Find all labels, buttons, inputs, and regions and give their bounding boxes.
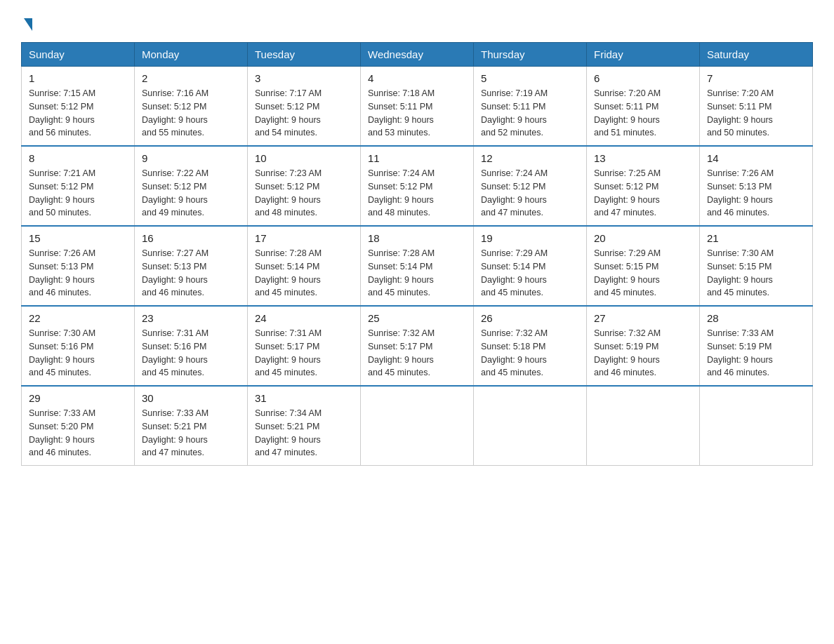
day-number: 31 (255, 392, 353, 404)
day-info: Sunrise: 7:31 AMSunset: 5:16 PMDaylight:… (142, 327, 240, 380)
calendar-cell: 5Sunrise: 7:19 AMSunset: 5:11 PMDaylight… (474, 67, 587, 147)
day-number: 7 (707, 72, 805, 84)
calendar-cell: 10Sunrise: 7:23 AMSunset: 5:12 PMDayligh… (248, 146, 361, 226)
calendar-cell: 30Sunrise: 7:33 AMSunset: 5:21 PMDayligh… (135, 386, 248, 466)
calendar-header-row: SundayMondayTuesdayWednesdayThursdayFrid… (22, 43, 813, 67)
day-number: 27 (594, 312, 692, 324)
day-info: Sunrise: 7:32 AMSunset: 5:18 PMDaylight:… (481, 327, 579, 380)
calendar-cell (587, 386, 700, 466)
day-info: Sunrise: 7:29 AMSunset: 5:15 PMDaylight:… (594, 247, 692, 300)
day-info: Sunrise: 7:19 AMSunset: 5:11 PMDaylight:… (481, 87, 579, 140)
day-info: Sunrise: 7:23 AMSunset: 5:12 PMDaylight:… (255, 167, 353, 220)
day-number: 5 (481, 72, 579, 84)
calendar-cell: 3Sunrise: 7:17 AMSunset: 5:12 PMDaylight… (248, 67, 361, 147)
day-number: 6 (594, 72, 692, 84)
calendar-week-row: 29Sunrise: 7:33 AMSunset: 5:20 PMDayligh… (22, 386, 813, 466)
calendar-week-row: 15Sunrise: 7:26 AMSunset: 5:13 PMDayligh… (22, 226, 813, 306)
calendar-week-row: 22Sunrise: 7:30 AMSunset: 5:16 PMDayligh… (22, 306, 813, 386)
calendar-cell: 28Sunrise: 7:33 AMSunset: 5:19 PMDayligh… (700, 306, 813, 386)
day-info: Sunrise: 7:34 AMSunset: 5:21 PMDaylight:… (255, 407, 353, 459)
day-number: 15 (29, 232, 127, 244)
day-info: Sunrise: 7:22 AMSunset: 5:12 PMDaylight:… (142, 167, 240, 220)
calendar-cell: 22Sunrise: 7:30 AMSunset: 5:16 PMDayligh… (22, 306, 135, 386)
day-number: 21 (707, 232, 805, 244)
day-info: Sunrise: 7:24 AMSunset: 5:12 PMDaylight:… (368, 167, 466, 220)
day-info: Sunrise: 7:17 AMSunset: 5:12 PMDaylight:… (255, 87, 353, 140)
day-number: 29 (29, 392, 127, 404)
day-number: 22 (29, 312, 127, 324)
calendar-cell: 14Sunrise: 7:26 AMSunset: 5:13 PMDayligh… (700, 146, 813, 226)
day-info: Sunrise: 7:18 AMSunset: 5:11 PMDaylight:… (368, 87, 466, 140)
day-number: 30 (142, 392, 240, 404)
column-header-thursday: Thursday (474, 43, 587, 67)
calendar-cell: 2Sunrise: 7:16 AMSunset: 5:12 PMDaylight… (135, 67, 248, 147)
calendar-cell: 25Sunrise: 7:32 AMSunset: 5:17 PMDayligh… (361, 306, 474, 386)
day-number: 8 (29, 152, 127, 164)
day-number: 20 (594, 232, 692, 244)
day-number: 3 (255, 72, 353, 84)
calendar-cell: 21Sunrise: 7:30 AMSunset: 5:15 PMDayligh… (700, 226, 813, 306)
calendar-cell: 18Sunrise: 7:28 AMSunset: 5:14 PMDayligh… (361, 226, 474, 306)
day-number: 28 (707, 312, 805, 324)
calendar-table: SundayMondayTuesdayWednesdayThursdayFrid… (21, 42, 813, 466)
calendar-week-row: 8Sunrise: 7:21 AMSunset: 5:12 PMDaylight… (22, 146, 813, 226)
calendar-cell: 17Sunrise: 7:28 AMSunset: 5:14 PMDayligh… (248, 226, 361, 306)
day-info: Sunrise: 7:27 AMSunset: 5:13 PMDaylight:… (142, 247, 240, 300)
day-number: 16 (142, 232, 240, 244)
calendar-cell: 27Sunrise: 7:32 AMSunset: 5:19 PMDayligh… (587, 306, 700, 386)
day-info: Sunrise: 7:29 AMSunset: 5:14 PMDaylight:… (481, 247, 579, 300)
logo-triangle-icon (24, 18, 32, 31)
day-number: 25 (368, 312, 466, 324)
page-header (21, 17, 813, 31)
day-info: Sunrise: 7:15 AMSunset: 5:12 PMDaylight:… (29, 87, 127, 140)
day-info: Sunrise: 7:26 AMSunset: 5:13 PMDaylight:… (707, 167, 805, 220)
day-info: Sunrise: 7:32 AMSunset: 5:19 PMDaylight:… (594, 327, 692, 380)
calendar-cell: 12Sunrise: 7:24 AMSunset: 5:12 PMDayligh… (474, 146, 587, 226)
day-number: 19 (481, 232, 579, 244)
day-number: 1 (29, 72, 127, 84)
logo (21, 17, 32, 31)
day-number: 12 (481, 152, 579, 164)
column-header-tuesday: Tuesday (248, 43, 361, 67)
day-info: Sunrise: 7:20 AMSunset: 5:11 PMDaylight:… (594, 87, 692, 140)
day-number: 13 (594, 152, 692, 164)
day-number: 9 (142, 152, 240, 164)
day-info: Sunrise: 7:24 AMSunset: 5:12 PMDaylight:… (481, 167, 579, 220)
calendar-cell: 7Sunrise: 7:20 AMSunset: 5:11 PMDaylight… (700, 67, 813, 147)
calendar-cell (474, 386, 587, 466)
day-info: Sunrise: 7:31 AMSunset: 5:17 PMDaylight:… (255, 327, 353, 380)
day-number: 23 (142, 312, 240, 324)
column-header-friday: Friday (587, 43, 700, 67)
day-info: Sunrise: 7:26 AMSunset: 5:13 PMDaylight:… (29, 247, 127, 300)
day-info: Sunrise: 7:20 AMSunset: 5:11 PMDaylight:… (707, 87, 805, 140)
calendar-cell: 9Sunrise: 7:22 AMSunset: 5:12 PMDaylight… (135, 146, 248, 226)
day-number: 17 (255, 232, 353, 244)
day-info: Sunrise: 7:33 AMSunset: 5:19 PMDaylight:… (707, 327, 805, 380)
calendar-cell: 4Sunrise: 7:18 AMSunset: 5:11 PMDaylight… (361, 67, 474, 147)
calendar-cell (361, 386, 474, 466)
day-number: 4 (368, 72, 466, 84)
calendar-cell: 15Sunrise: 7:26 AMSunset: 5:13 PMDayligh… (22, 226, 135, 306)
column-header-sunday: Sunday (22, 43, 135, 67)
day-info: Sunrise: 7:28 AMSunset: 5:14 PMDaylight:… (255, 247, 353, 300)
calendar-cell: 19Sunrise: 7:29 AMSunset: 5:14 PMDayligh… (474, 226, 587, 306)
calendar-cell: 31Sunrise: 7:34 AMSunset: 5:21 PMDayligh… (248, 386, 361, 466)
day-number: 2 (142, 72, 240, 84)
day-number: 24 (255, 312, 353, 324)
day-info: Sunrise: 7:32 AMSunset: 5:17 PMDaylight:… (368, 327, 466, 380)
calendar-week-row: 1Sunrise: 7:15 AMSunset: 5:12 PMDaylight… (22, 67, 813, 147)
calendar-cell: 13Sunrise: 7:25 AMSunset: 5:12 PMDayligh… (587, 146, 700, 226)
day-info: Sunrise: 7:30 AMSunset: 5:15 PMDaylight:… (707, 247, 805, 300)
day-info: Sunrise: 7:33 AMSunset: 5:21 PMDaylight:… (142, 407, 240, 459)
calendar-cell: 23Sunrise: 7:31 AMSunset: 5:16 PMDayligh… (135, 306, 248, 386)
column-header-saturday: Saturday (700, 43, 813, 67)
day-info: Sunrise: 7:21 AMSunset: 5:12 PMDaylight:… (29, 167, 127, 220)
day-number: 10 (255, 152, 353, 164)
day-number: 14 (707, 152, 805, 164)
column-header-wednesday: Wednesday (361, 43, 474, 67)
day-number: 18 (368, 232, 466, 244)
calendar-cell: 16Sunrise: 7:27 AMSunset: 5:13 PMDayligh… (135, 226, 248, 306)
calendar-cell: 24Sunrise: 7:31 AMSunset: 5:17 PMDayligh… (248, 306, 361, 386)
day-info: Sunrise: 7:28 AMSunset: 5:14 PMDaylight:… (368, 247, 466, 300)
calendar-cell: 1Sunrise: 7:15 AMSunset: 5:12 PMDaylight… (22, 67, 135, 147)
